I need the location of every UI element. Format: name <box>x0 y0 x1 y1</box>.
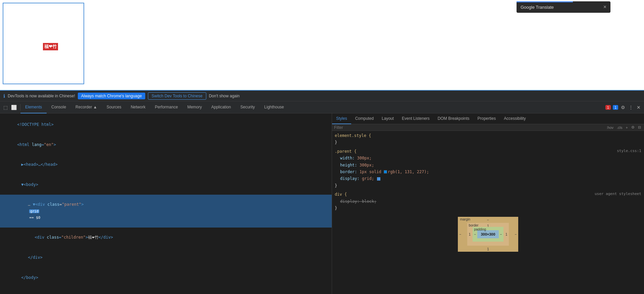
dont-show-again-button[interactable]: Don't show again <box>209 94 240 98</box>
grid-display-icon[interactable] <box>377 177 380 181</box>
tab-performance[interactable]: Performance <box>150 101 183 113</box>
tab-security[interactable]: Security <box>235 101 259 113</box>
css-selector-parent: .parent { <box>335 149 357 154</box>
margin-top-val: − <box>487 218 489 222</box>
elements-panel: <!DOCTYPE html> <html lang="en"> ▶<head>… <box>0 113 332 294</box>
page-text: 福❤竹 <box>43 43 58 50</box>
cls-button[interactable]: .cls <box>616 125 624 130</box>
devtools-icon-group: ⬚ ⬜ <box>0 104 20 111</box>
notification-message: DevTools is now available in Chinese! <box>8 94 75 98</box>
css-decl-height: height: 300px; <box>335 162 641 168</box>
css-decl-display-block: display: block; <box>335 198 641 205</box>
switch-devtools-chinese-button[interactable]: Switch Dev Tools to Chinese <box>148 92 206 100</box>
margin-left-val: − <box>459 233 461 236</box>
html-line-parent-div[interactable]: … ▼<div class="parent"> grid == $0 <box>0 195 332 228</box>
hov-button[interactable]: :hov <box>605 125 614 130</box>
browser-viewport: 福❤竹 Google Translate × <box>0 0 644 91</box>
google-translate-popup: Google Translate × <box>517 1 610 13</box>
close-devtools-icon[interactable]: ✕ <box>636 104 641 111</box>
info-icon: ℹ <box>3 93 5 99</box>
css-decl-border: border: 1px solid rgb(1, 131, 227); <box>335 168 641 175</box>
settings-icon[interactable]: ⚙ <box>620 104 626 111</box>
gt-close-icon[interactable]: × <box>603 4 606 10</box>
error-badge: 1 <box>605 105 611 110</box>
css-rule-div-close: } <box>335 205 641 211</box>
css-decl-display: display: grid; <box>335 175 641 182</box>
css-rule-element-style: element.style { <box>335 132 641 139</box>
style-settings-icon[interactable]: ⚙ <box>630 125 636 130</box>
more-options-icon[interactable]: ⋮ <box>628 104 634 111</box>
box-model-area: margin − − − border 1 1 1 padding − − 30… <box>332 213 644 256</box>
device-mode-icon[interactable]: ⬜ <box>10 104 17 111</box>
css-rule-element-style-close: } <box>335 139 641 146</box>
notification-bar: ℹ DevTools is now available in Chinese! … <box>0 91 644 101</box>
filter-right-buttons: :hov .cls + ⚙ ⊟ <box>605 125 642 130</box>
box-model-content: 300×300 <box>477 230 498 238</box>
box-model-padding: padding − − 300×300 <box>473 227 503 242</box>
toggle-pane-icon[interactable]: ⊟ <box>637 125 642 130</box>
html-line-body[interactable]: ▼<body> <box>0 175 332 195</box>
warning-badge: 1 <box>613 105 618 110</box>
css-rule-parent-header: .parent { style.css:1 <box>335 148 641 155</box>
always-match-language-button[interactable]: Always match Chrome's language <box>78 93 145 99</box>
styles-panel: Styles Computed Layout Event Listeners D… <box>332 113 644 294</box>
style-tab-accessibility[interactable]: Accessibility <box>500 113 530 124</box>
box-content-size: 300×300 <box>481 232 495 236</box>
css-source-user-agent: user agent stylesheet <box>595 191 641 197</box>
tab-console[interactable]: Console <box>47 101 71 113</box>
css-source-parent[interactable]: style.css:1 <box>617 148 641 154</box>
padding-right-val: − <box>500 233 502 236</box>
tab-application[interactable]: Application <box>207 101 236 113</box>
css-decl-width: width: 300px; <box>335 155 641 161</box>
style-tab-styles[interactable]: Styles <box>332 113 351 124</box>
tab-elements[interactable]: Elements <box>20 101 47 113</box>
style-tab-computed[interactable]: Computed <box>351 113 378 124</box>
border-left-val: 1 <box>469 233 471 236</box>
gt-title: Google Translate <box>521 5 554 10</box>
inspect-element-icon[interactable]: ⬚ <box>3 104 8 111</box>
add-style-button[interactable]: + <box>625 125 629 130</box>
style-tab-properties[interactable]: Properties <box>474 113 500 124</box>
html-line-close-body[interactable]: </body> <box>0 267 332 288</box>
tab-memory[interactable]: Memory <box>182 101 206 113</box>
devtools-tab-bar: ⬚ ⬜ Elements Console Recorder ▲ Sources … <box>0 101 644 113</box>
margin-label: margin <box>460 217 470 221</box>
tab-lighthouse[interactable]: Lighthouse <box>260 101 289 113</box>
styles-filter-input[interactable] <box>334 125 605 130</box>
css-selector-element-style: element.style { <box>335 133 371 138</box>
style-tab-layout[interactable]: Layout <box>378 113 398 124</box>
box-model-margin: margin − − − border 1 1 1 padding − − 30… <box>458 217 518 252</box>
margin-bottom-val: 1 <box>487 247 489 251</box>
html-line-html[interactable]: <html lang="en"> <box>0 135 332 155</box>
html-line-doctype[interactable]: <!DOCTYPE html> <box>0 115 332 135</box>
html-line-children-div[interactable]: <div class="children">福❤竹</div> <box>0 228 332 248</box>
css-rule-div-header: div { user agent stylesheet <box>335 191 641 198</box>
tab-bar-right: 1 1 ⚙ ⋮ ✕ <box>605 104 644 111</box>
tab-recorder[interactable]: Recorder ▲ <box>71 101 102 113</box>
style-tab-event-listeners[interactable]: Event Listeners <box>398 113 434 124</box>
border-right-val: 1 <box>505 233 507 236</box>
box-model-border: border 1 1 1 padding − − 300×300 <box>467 223 508 246</box>
css-selector-div: div { <box>335 192 347 197</box>
styles-content: element.style { } .parent { style.css:1 … <box>332 131 644 213</box>
gt-progress-bar <box>517 1 573 2</box>
css-rule-parent-close: } <box>335 182 641 189</box>
styles-tab-bar: Styles Computed Layout Event Listeners D… <box>332 113 644 124</box>
html-line-close-div[interactable]: </div> <box>0 248 332 268</box>
html-line-head[interactable]: ▶<head>…</head> <box>0 155 332 175</box>
color-swatch-border[interactable] <box>384 170 387 174</box>
margin-right-val: − <box>515 233 517 236</box>
styles-filter-row: :hov .cls + ⚙ ⊟ <box>332 124 644 131</box>
tab-network[interactable]: Network <box>126 101 150 113</box>
html-line-close-html[interactable]: </html> <box>0 288 332 294</box>
tab-sources[interactable]: Sources <box>102 101 126 113</box>
padding-left-val: − <box>474 233 476 236</box>
page-frame: 福❤竹 <box>3 3 84 84</box>
style-tab-dom-breakpoints[interactable]: DOM Breakpoints <box>434 113 474 124</box>
devtools-main-body: <!DOCTYPE html> <html lang="en"> ▶<head>… <box>0 113 644 294</box>
padding-label: padding <box>474 228 486 231</box>
